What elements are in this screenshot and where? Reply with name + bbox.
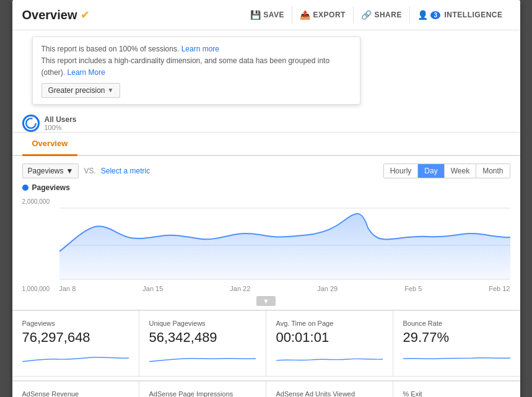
- legend-dot-pageviews: [22, 185, 28, 191]
- vs-label: VS.: [84, 167, 95, 175]
- intelligence-button[interactable]: 👤 3 INTELLIGENCE: [409, 6, 510, 24]
- save-label: SAVE: [263, 11, 284, 19]
- segment-bar: All Users 100%: [12, 111, 520, 133]
- chart-svg: [59, 196, 510, 282]
- learn-more-link2[interactable]: Learn More: [68, 68, 105, 77]
- metric-name-adsense-revenue: AdSense Revenue: [22, 390, 129, 397]
- metric-name-pct-exit: % Exit: [403, 390, 510, 397]
- segment-circle: [22, 115, 40, 132]
- chart-svg-area: Jan 8 Jan 15 Jan 22 Jan 29 Feb 5 Feb 12: [22, 196, 510, 295]
- metric-name-bounce-rate: Bounce Rate: [403, 320, 510, 327]
- mini-chart-bounce-rate: [403, 349, 510, 368]
- notification-line2: This report includes a high-cardinality …: [41, 55, 351, 79]
- time-period-buttons: Hourly Day Week Month: [383, 164, 510, 178]
- month-button[interactable]: Month: [476, 164, 509, 178]
- metric-card-adsense-revenue: AdSense Revenue $0.00: [12, 382, 139, 397]
- metric-card-adsense-units: AdSense Ad Units Viewed 0: [266, 382, 393, 397]
- learn-more-link1[interactable]: Learn more: [181, 45, 219, 53]
- x-label-5: Feb 12: [489, 285, 510, 292]
- metric-name-adsense-impressions: AdSense Page Impressions: [149, 390, 256, 397]
- export-icon: 📤: [300, 10, 311, 20]
- hourly-button[interactable]: Hourly: [384, 164, 418, 178]
- chart-legend: Pageviews: [22, 183, 510, 192]
- metric-name-adsense-units: AdSense Ad Units Viewed: [276, 390, 383, 397]
- metric-dropdown[interactable]: Pageviews ▼: [22, 164, 79, 178]
- metric-selector-area: Pageviews ▼ VS. Select a metric: [22, 164, 150, 178]
- metric-value-pageviews: 76,297,648: [22, 329, 129, 346]
- export-label: EXPORT: [313, 11, 346, 19]
- chart-area: 2,000,000 1,000,000: [22, 196, 510, 295]
- chart-x-labels: Jan 8 Jan 15 Jan 22 Jan 29 Feb 5 Feb 12: [59, 282, 510, 295]
- notification-area: This report is based on 100% of sessions…: [32, 37, 360, 105]
- chart-svg-wrap: [59, 196, 510, 282]
- metric-card-avg-time: Avg. Time on Page 00:01:01: [266, 311, 393, 377]
- tabs: Overview: [12, 133, 520, 156]
- chart-container: Pageviews 2,000,000 1,000,000: [12, 183, 520, 306]
- metric-card-pct-exit: % Exit 15.44%: [393, 382, 520, 397]
- y-label-mid: 1,000,000: [22, 286, 50, 292]
- notification-line1: This report is based on 100% of sessions…: [41, 43, 351, 55]
- metric-label: Pageviews: [28, 167, 64, 175]
- page-title: Overview: [22, 8, 77, 22]
- x-label-3: Jan 29: [317, 285, 338, 292]
- verified-icon: ✔: [81, 8, 90, 22]
- chevron-down-icon: ▼: [108, 87, 114, 94]
- segment-percent: 100%: [45, 124, 77, 131]
- mini-chart-unique-pageviews: [149, 349, 256, 368]
- header: Overview ✔ 💾 SAVE 📤 EXPORT 🔗 SHARE 👤 3 I…: [12, 0, 520, 30]
- week-button[interactable]: Week: [444, 164, 476, 178]
- main-window: Overview ✔ 💾 SAVE 📤 EXPORT 🔗 SHARE 👤 3 I…: [12, 0, 520, 397]
- precision-label: Greater precision: [48, 86, 105, 95]
- x-label-1: Jan 15: [142, 285, 163, 292]
- save-button[interactable]: 💾 SAVE: [243, 6, 292, 24]
- share-button[interactable]: 🔗 SHARE: [353, 6, 409, 24]
- tab-overview[interactable]: Overview: [22, 133, 78, 156]
- metric-card-pageviews: Pageviews 76,297,648: [12, 311, 139, 377]
- intelligence-label: INTELLIGENCE: [444, 11, 502, 19]
- mini-chart-avg-time: [276, 349, 383, 368]
- scroll-down-icon[interactable]: ▼: [256, 296, 276, 306]
- chart-y-labels: 2,000,000 1,000,000: [22, 196, 50, 295]
- y-label-high: 2,000,000: [22, 198, 50, 205]
- metric-card-adsense-impressions: AdSense Page Impressions 0: [139, 382, 266, 397]
- mini-chart-pageviews: [22, 349, 129, 368]
- day-button[interactable]: Day: [417, 164, 443, 178]
- precision-button[interactable]: Greater precision ▼: [41, 83, 121, 98]
- metrics-grid-bottom: AdSense Revenue $0.00 AdSense Page Impre…: [12, 380, 520, 397]
- metrics-grid-top: Pageviews 76,297,648 Unique Pageviews 56…: [12, 310, 520, 377]
- metric-name-unique-pageviews: Unique Pageviews: [149, 320, 256, 327]
- x-label-2: Jan 22: [230, 285, 250, 292]
- segment-item: All Users 100%: [22, 115, 77, 132]
- header-left: Overview ✔: [22, 8, 90, 22]
- chart-scroll-indicator: ▼: [22, 296, 510, 306]
- metric-name-avg-time: Avg. Time on Page: [276, 320, 383, 327]
- svg-point-0: [26, 118, 36, 128]
- segment-name: All Users: [45, 115, 77, 124]
- metric-value-bounce-rate: 29.77%: [403, 329, 510, 346]
- export-button[interactable]: 📤 EXPORT: [292, 6, 353, 24]
- metric-card-bounce-rate: Bounce Rate 29.77%: [393, 311, 520, 377]
- metric-name-pageviews: Pageviews: [22, 320, 129, 327]
- chart-controls: Pageviews ▼ VS. Select a metric Hourly D…: [12, 156, 520, 183]
- dropdown-chevron-icon: ▼: [66, 167, 74, 175]
- share-label: SHARE: [374, 11, 402, 19]
- intelligence-badge: 3: [430, 11, 440, 19]
- share-icon: 🔗: [361, 10, 372, 20]
- metric-value-avg-time: 00:01:01: [276, 329, 383, 346]
- intelligence-icon: 👤: [417, 10, 429, 20]
- select-metric-link[interactable]: Select a metric: [101, 167, 150, 175]
- x-label-4: Feb 5: [404, 285, 422, 292]
- save-icon: 💾: [250, 10, 261, 20]
- header-actions: 💾 SAVE 📤 EXPORT 🔗 SHARE 👤 3 INTELLIGENCE: [243, 6, 510, 24]
- legend-label-pageviews: Pageviews: [32, 183, 70, 192]
- metric-card-unique-pageviews: Unique Pageviews 56,342,489: [139, 311, 266, 377]
- x-label-0: Jan 8: [59, 285, 76, 292]
- metric-value-unique-pageviews: 56,342,489: [149, 329, 256, 346]
